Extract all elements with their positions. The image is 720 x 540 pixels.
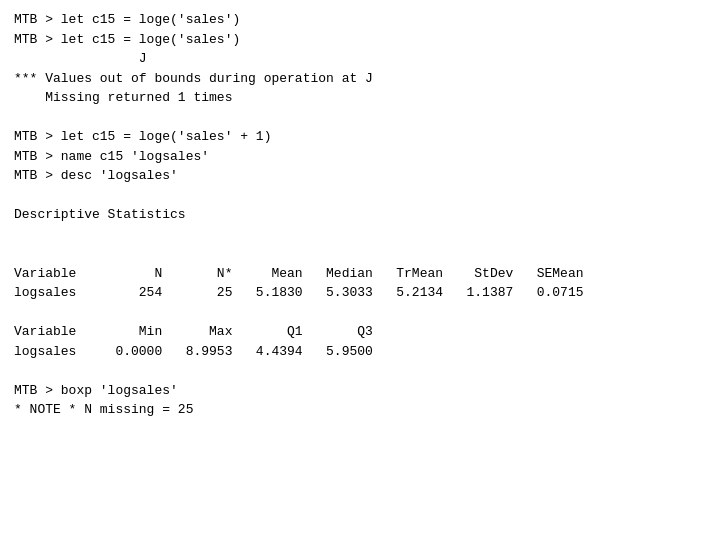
terminal-output: MTB > let c15 = loge('sales') MTB > let … <box>0 0 720 430</box>
